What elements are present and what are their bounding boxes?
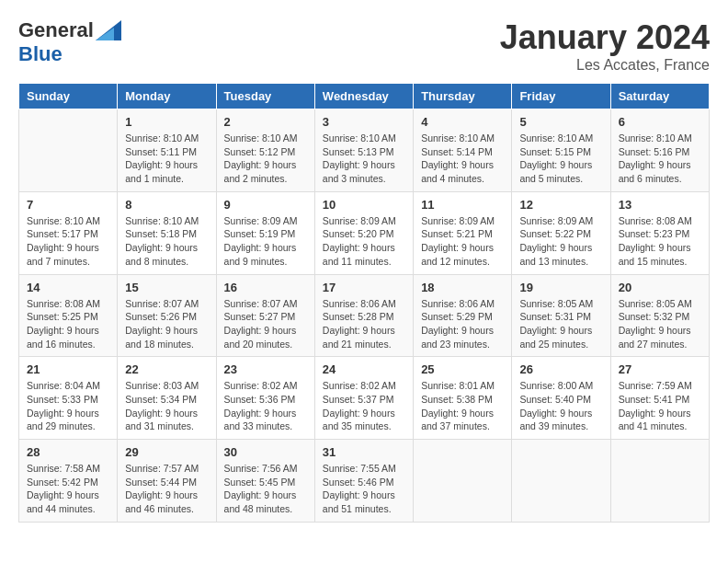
day-info: Sunrise: 8:05 AMSunset: 5:31 PMDaylight:… — [519, 297, 602, 351]
day-info: Sunrise: 7:57 AMSunset: 5:44 PMDaylight:… — [125, 462, 208, 516]
day-info: Sunrise: 8:10 AMSunset: 5:15 PMDaylight:… — [519, 132, 602, 186]
day-info: Sunrise: 8:02 AMSunset: 5:37 PMDaylight:… — [323, 379, 405, 433]
day-number: 4 — [421, 115, 504, 129]
day-info: Sunrise: 8:05 AMSunset: 5:32 PMDaylight:… — [619, 297, 701, 351]
calendar-cell: 12Sunrise: 8:09 AMSunset: 5:22 PMDayligh… — [512, 191, 610, 274]
calendar-cell: 11Sunrise: 8:09 AMSunset: 5:21 PMDayligh… — [414, 191, 512, 274]
calendar-cell: 6Sunrise: 8:10 AMSunset: 5:16 PMDaylight… — [610, 109, 709, 192]
column-header-monday: Monday — [118, 84, 216, 109]
calendar-cell: 26Sunrise: 8:00 AMSunset: 5:40 PMDayligh… — [512, 357, 610, 440]
day-info: Sunrise: 7:56 AMSunset: 5:45 PMDaylight:… — [224, 462, 307, 516]
calendar-cell: 16Sunrise: 8:07 AMSunset: 5:27 PMDayligh… — [216, 274, 314, 357]
day-number: 25 — [421, 362, 504, 376]
calendar-cell: 23Sunrise: 8:02 AMSunset: 5:36 PMDayligh… — [216, 357, 314, 440]
calendar-header-row: SundayMondayTuesdayWednesdayThursdayFrid… — [19, 84, 710, 109]
day-info: Sunrise: 8:10 AMSunset: 5:17 PMDaylight:… — [27, 214, 109, 269]
calendar-cell — [414, 440, 512, 523]
day-number: 1 — [125, 115, 208, 129]
calendar-cell: 25Sunrise: 8:01 AMSunset: 5:38 PMDayligh… — [414, 357, 512, 440]
day-info: Sunrise: 8:09 AMSunset: 5:21 PMDaylight:… — [421, 214, 504, 269]
calendar-cell: 5Sunrise: 8:10 AMSunset: 5:15 PMDaylight… — [512, 109, 610, 192]
calendar-cell: 3Sunrise: 8:10 AMSunset: 5:13 PMDaylight… — [314, 109, 413, 192]
day-number: 14 — [27, 281, 109, 294]
title-block: January 2024 Les Accates, France — [500, 18, 710, 74]
day-info: Sunrise: 8:07 AMSunset: 5:26 PMDaylight:… — [125, 297, 208, 351]
calendar-cell: 10Sunrise: 8:09 AMSunset: 5:20 PMDayligh… — [314, 191, 413, 274]
day-info: Sunrise: 8:01 AMSunset: 5:38 PMDaylight:… — [421, 379, 504, 433]
day-info: Sunrise: 7:59 AMSunset: 5:41 PMDaylight:… — [619, 379, 701, 433]
calendar-cell: 4Sunrise: 8:10 AMSunset: 5:14 PMDaylight… — [414, 109, 512, 192]
day-info: Sunrise: 8:08 AMSunset: 5:25 PMDaylight:… — [27, 297, 109, 351]
calendar-cell: 13Sunrise: 8:08 AMSunset: 5:23 PMDayligh… — [610, 191, 709, 274]
calendar-cell: 17Sunrise: 8:06 AMSunset: 5:28 PMDayligh… — [314, 274, 413, 357]
calendar-cell: 9Sunrise: 8:09 AMSunset: 5:19 PMDaylight… — [216, 191, 314, 274]
day-info: Sunrise: 8:08 AMSunset: 5:23 PMDaylight:… — [619, 214, 701, 269]
column-header-thursday: Thursday — [414, 84, 512, 109]
day-info: Sunrise: 8:10 AMSunset: 5:12 PMDaylight:… — [224, 132, 307, 186]
day-info: Sunrise: 8:10 AMSunset: 5:18 PMDaylight:… — [125, 214, 208, 269]
column-header-friday: Friday — [512, 84, 610, 109]
calendar-cell: 19Sunrise: 8:05 AMSunset: 5:31 PMDayligh… — [512, 274, 610, 357]
calendar-cell — [19, 109, 118, 192]
day-number: 29 — [125, 445, 208, 459]
day-info: Sunrise: 8:00 AMSunset: 5:40 PMDaylight:… — [519, 379, 602, 433]
calendar-cell — [512, 440, 610, 523]
calendar-cell: 7Sunrise: 8:10 AMSunset: 5:17 PMDaylight… — [19, 191, 118, 274]
calendar-cell: 2Sunrise: 8:10 AMSunset: 5:12 PMDaylight… — [216, 109, 314, 192]
day-number: 15 — [125, 281, 208, 294]
calendar-cell — [610, 440, 709, 523]
calendar-cell: 31Sunrise: 7:55 AMSunset: 5:46 PMDayligh… — [314, 440, 413, 523]
calendar-week-row: 7Sunrise: 8:10 AMSunset: 5:17 PMDaylight… — [19, 191, 710, 274]
day-number: 19 — [519, 281, 602, 294]
day-number: 24 — [323, 362, 405, 376]
logo-icon — [96, 20, 121, 40]
day-info: Sunrise: 8:10 AMSunset: 5:14 PMDaylight:… — [421, 132, 504, 186]
day-number: 13 — [619, 198, 701, 212]
day-number: 9 — [224, 198, 307, 212]
column-header-wednesday: Wednesday — [314, 84, 413, 109]
day-number: 23 — [224, 362, 307, 376]
calendar-cell: 8Sunrise: 8:10 AMSunset: 5:18 PMDaylight… — [118, 191, 216, 274]
calendar-cell: 29Sunrise: 7:57 AMSunset: 5:44 PMDayligh… — [118, 440, 216, 523]
day-number: 12 — [519, 198, 602, 212]
calendar-week-row: 14Sunrise: 8:08 AMSunset: 5:25 PMDayligh… — [19, 274, 710, 357]
day-number: 16 — [224, 281, 307, 294]
day-info: Sunrise: 8:09 AMSunset: 5:22 PMDaylight:… — [519, 214, 602, 269]
page-header: General Blue January 2024 Les Accates, F… — [18, 18, 710, 74]
day-number: 27 — [619, 362, 701, 376]
calendar-cell: 15Sunrise: 8:07 AMSunset: 5:26 PMDayligh… — [118, 274, 216, 357]
month-title: January 2024 — [500, 18, 710, 57]
calendar-cell: 28Sunrise: 7:58 AMSunset: 5:42 PMDayligh… — [19, 440, 118, 523]
day-info: Sunrise: 8:06 AMSunset: 5:28 PMDaylight:… — [323, 297, 405, 351]
day-number: 26 — [519, 362, 602, 376]
day-info: Sunrise: 8:04 AMSunset: 5:33 PMDaylight:… — [27, 379, 109, 433]
column-header-sunday: Sunday — [19, 84, 118, 109]
day-number: 17 — [323, 281, 405, 294]
calendar-cell: 14Sunrise: 8:08 AMSunset: 5:25 PMDayligh… — [19, 274, 118, 357]
calendar-cell: 30Sunrise: 7:56 AMSunset: 5:45 PMDayligh… — [216, 440, 314, 523]
logo-blue-text: Blue — [18, 42, 63, 66]
calendar-week-row: 21Sunrise: 8:04 AMSunset: 5:33 PMDayligh… — [19, 357, 710, 440]
day-number: 8 — [125, 198, 208, 212]
day-number: 5 — [519, 115, 602, 129]
day-number: 6 — [619, 115, 701, 129]
day-number: 22 — [125, 362, 208, 376]
calendar-cell: 24Sunrise: 8:02 AMSunset: 5:37 PMDayligh… — [314, 357, 413, 440]
day-info: Sunrise: 8:02 AMSunset: 5:36 PMDaylight:… — [224, 379, 307, 433]
calendar-table: SundayMondayTuesdayWednesdayThursdayFrid… — [18, 83, 710, 523]
day-number: 30 — [224, 445, 307, 459]
day-number: 10 — [323, 198, 405, 212]
day-info: Sunrise: 8:10 AMSunset: 5:16 PMDaylight:… — [619, 132, 701, 186]
day-info: Sunrise: 8:09 AMSunset: 5:20 PMDaylight:… — [323, 214, 405, 269]
calendar-cell: 22Sunrise: 8:03 AMSunset: 5:34 PMDayligh… — [118, 357, 216, 440]
day-number: 20 — [619, 281, 701, 294]
day-number: 21 — [27, 362, 109, 376]
calendar-week-row: 1Sunrise: 8:10 AMSunset: 5:11 PMDaylight… — [19, 109, 710, 192]
calendar-cell: 21Sunrise: 8:04 AMSunset: 5:33 PMDayligh… — [19, 357, 118, 440]
day-number: 2 — [224, 115, 307, 129]
day-info: Sunrise: 8:06 AMSunset: 5:29 PMDaylight:… — [421, 297, 504, 351]
calendar-cell: 20Sunrise: 8:05 AMSunset: 5:32 PMDayligh… — [610, 274, 709, 357]
location: Les Accates, France — [500, 57, 710, 74]
day-info: Sunrise: 8:07 AMSunset: 5:27 PMDaylight:… — [224, 297, 307, 351]
calendar-week-row: 28Sunrise: 7:58 AMSunset: 5:42 PMDayligh… — [19, 440, 710, 523]
